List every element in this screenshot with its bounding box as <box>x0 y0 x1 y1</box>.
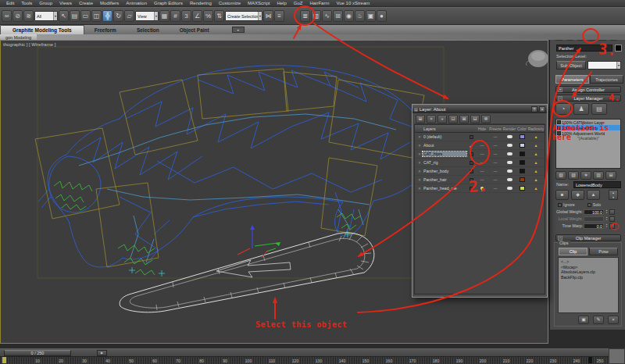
current-layer-toggle[interactable]: ✓ <box>466 143 476 148</box>
radiosity-icon[interactable]: ▲ <box>527 177 545 182</box>
keyboard-shortcut-override-toggle-icon[interactable]: # <box>170 10 180 22</box>
save-clip-icon[interactable]: ▣ <box>578 316 589 324</box>
adjustment-layer-button[interactable]: ◆ <box>571 190 584 200</box>
render-toggle[interactable] <box>502 161 516 164</box>
current-layer-toggle[interactable] <box>466 170 476 173</box>
layer-row[interactable]: ≡About✓——▲ <box>415 141 545 150</box>
cat-layer-item[interactable]: 100%:LoweredBody <box>556 125 620 130</box>
layer-color-swatch[interactable] <box>516 169 527 173</box>
solo-checkbox[interactable]: Solo <box>588 202 601 207</box>
layer-manager-toggle-icon[interactable]: ≣ <box>300 10 310 22</box>
object-name-field[interactable]: Panther <box>556 45 612 52</box>
freeze-toggle[interactable]: — <box>488 152 502 156</box>
layer-name-field[interactable]: LoweredBody <box>573 181 621 188</box>
hide-toggle[interactable]: — <box>476 169 488 173</box>
copy-layer-icon[interactable]: ▧ <box>555 171 566 180</box>
render-toggle[interactable] <box>502 170 516 173</box>
delete-clip-icon[interactable]: × <box>608 316 619 324</box>
global-weight-spinner[interactable]: Global Weight:100.0▴▾ <box>553 209 625 215</box>
layer-name[interactable]: Panther_body <box>423 169 466 173</box>
use-pivot-point-center-icon[interactable]: ▦ <box>159 10 170 22</box>
layer-name[interactable]: CAT_rig <box>423 160 466 165</box>
select-and-uniform-scale-icon[interactable]: ▱ <box>124 10 134 22</box>
unlink-selection-icon[interactable]: ⊘ <box>12 10 23 22</box>
add-selection-to-current-layer-icon[interactable]: + <box>438 115 447 123</box>
layer-row[interactable]: ≡CAT_hlprs——▲ <box>415 150 545 159</box>
sub-object-dropdown[interactable]: ▾ <box>588 61 621 70</box>
freeze-toggle[interactable]: — <box>488 177 502 182</box>
select-and-link-icon[interactable]: ∞ <box>2 10 12 22</box>
freeze-toggle[interactable]: — <box>488 186 502 191</box>
menu-item-tools[interactable]: Tools <box>21 1 32 5</box>
render-toggle[interactable] <box>502 178 516 181</box>
current-layer-toggle[interactable] <box>466 187 476 191</box>
layer-color-swatch[interactable] <box>516 160 527 165</box>
clip-item[interactable]: BackFlip.clp <box>559 275 618 280</box>
select-and-move-icon[interactable]: ╬ <box>102 10 112 22</box>
local-weight-spinner[interactable]: Local Weight:▴▾ <box>553 216 625 222</box>
menu-item-vue-10-xstream[interactable]: Vue 10 xStream <box>336 1 370 5</box>
select-object-icon[interactable]: ↖ <box>59 10 69 22</box>
menu-item-views[interactable]: Views <box>59 1 72 5</box>
ribbon-overflow-dropdown[interactable]: ▾ <box>232 27 245 33</box>
layer-color-swatch[interactable] <box>516 152 527 156</box>
menu-item-group[interactable]: Group <box>39 1 52 5</box>
sub-object-button[interactable]: Sub-Object <box>556 61 586 70</box>
set-key-icon[interactable] <box>609 216 615 222</box>
menu-item-animation[interactable]: Animation <box>126 1 147 5</box>
mirror-tool-icon[interactable]: ⋈ <box>263 10 273 22</box>
hide-toggle[interactable]: — <box>476 152 488 156</box>
current-layer-toggle[interactable] <box>466 161 476 165</box>
delete-highlighted-layers-icon[interactable]: × <box>427 115 436 123</box>
bind-to-space-warp-icon[interactable]: ≋ <box>23 10 34 22</box>
remove-layer-icon[interactable]: ▥ <box>593 171 604 180</box>
dialog-titlebar[interactable]: ▤ Layer: About ? × <box>412 105 547 113</box>
highlight-selected-objects-layers-icon[interactable]: ⊠ <box>459 115 469 123</box>
layer-row[interactable]: ≡0 (default)—▲ <box>415 133 545 141</box>
radiosity-icon[interactable]: ▲ <box>527 160 545 165</box>
menu-item-goz[interactable]: GoZ <box>294 1 303 5</box>
trajectories-button[interactable]: Trajectories <box>590 75 623 84</box>
viewport-label[interactable]: thographic ] [ Wireframe ] <box>3 42 55 47</box>
select-target-object[interactable] <box>120 233 374 312</box>
ignore-checkbox[interactable]: Ignore <box>558 202 575 207</box>
percent-snap-toggle-icon[interactable]: % <box>203 10 213 22</box>
animation-mode-toggle-icon[interactable]: ◔ <box>555 103 571 115</box>
catmotion-layer-button[interactable]: ▲ <box>587 190 600 200</box>
hide-toggle[interactable]: — <box>476 160 488 165</box>
select-and-rotate-icon[interactable]: ↻ <box>113 10 123 22</box>
radiosity-icon[interactable]: ▲ <box>527 134 545 139</box>
snaps-toggle-icon[interactable]: 3 <box>181 10 191 22</box>
radiosity-icon[interactable]: ▲ <box>527 143 545 148</box>
ribbon-tab-freeform[interactable]: Freeform <box>84 26 127 34</box>
layer-row[interactable]: ≡CAT_rig——▲ <box>415 159 545 167</box>
menu-item-maxscript[interactable]: MAXScript <box>248 1 270 5</box>
spinner-snap-toggle-icon[interactable]: ⇅ <box>214 10 224 22</box>
cat-layer-list[interactable]: 100%:CATMotion Layer100%:LoweredBody100%… <box>555 119 621 169</box>
render-toggle[interactable] <box>502 144 516 147</box>
cat-layer-item[interactable]: 100%:CATMotion Layer <box>556 120 620 125</box>
object-color-swatch[interactable] <box>615 45 622 52</box>
align-tool-icon[interactable]: ≡ <box>274 10 284 22</box>
reference-coordinate-system-dropdown[interactable]: View▾ <box>135 11 159 21</box>
edit-clip-icon[interactable]: ✎ <box>593 316 604 324</box>
schematic-view-icon[interactable]: ⊞ <box>333 10 343 22</box>
rectangular-selection-region-icon[interactable]: ▭ <box>80 10 91 22</box>
hide-toggle[interactable] <box>476 187 488 190</box>
curve-editor-icon[interactable]: ∿ <box>322 10 332 22</box>
render-production-icon[interactable]: ● <box>377 10 387 22</box>
material-editor-icon[interactable]: ◉ <box>344 10 354 22</box>
layer-properties-dialog[interactable]: ▤ Layer: About ? × ⊞×+⊡⊠⊟⊗ LayersHideFre… <box>412 104 548 298</box>
radiosity-icon[interactable]: ▲ <box>527 169 545 173</box>
cut-objects-to-layer-icon[interactable]: ⊗ <box>481 115 491 123</box>
layer-name[interactable]: Panther_hair <box>423 177 466 182</box>
parameters-button[interactable]: Parameters <box>555 75 589 84</box>
menu-item-edit[interactable]: Edit <box>6 1 14 5</box>
hide-freeze-toggle-icon[interactable]: ⊟ <box>470 115 480 123</box>
move-gizmo[interactable] <box>238 225 280 258</box>
window-crossing-toggle-icon[interactable]: ◫ <box>91 10 102 22</box>
next-frame-button[interactable]: ▶ <box>97 350 107 356</box>
freeze-toggle[interactable]: — <box>488 169 502 173</box>
graphite-ribbon-toggle-icon[interactable]: ▥ <box>311 10 321 22</box>
layer-row[interactable]: ≡Panther_head_me—▲ <box>415 184 545 193</box>
